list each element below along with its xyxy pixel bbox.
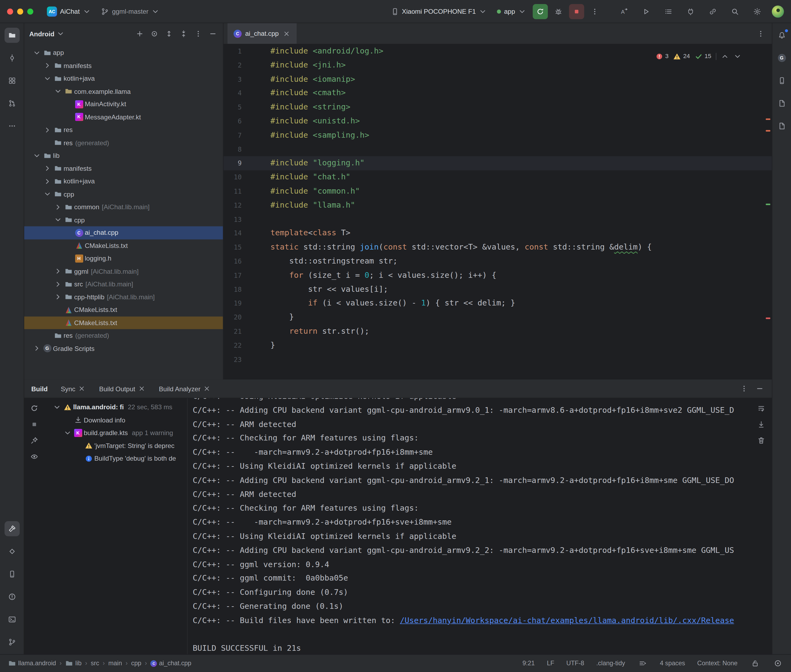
clear-all-icon[interactable]: [756, 437, 767, 445]
tree-chevron-icon[interactable]: [42, 190, 53, 198]
breadcrumb-item[interactable]: lib: [65, 659, 82, 667]
running-devices-button[interactable]: [4, 566, 19, 582]
app-insights-button[interactable]: [4, 544, 19, 559]
lock-icon[interactable]: [749, 659, 760, 667]
project-tree-item[interactable]: cpp: [24, 213, 223, 226]
code-line[interactable]: 6#include <unistd.h>: [223, 114, 772, 128]
tree-chevron-icon[interactable]: [42, 75, 53, 83]
version-control-button[interactable]: [4, 635, 19, 650]
code-editor[interactable]: 1#include <android/log.h>2#include <jni.…: [223, 44, 772, 379]
add-icon[interactable]: [134, 30, 145, 38]
tree-chevron-icon[interactable]: [31, 152, 42, 160]
debug-button[interactable]: [551, 4, 566, 19]
soft-wrap-icon[interactable]: [756, 404, 767, 412]
stop-sync-icon[interactable]: [29, 420, 40, 428]
breadcrumb-item[interactable]: llama.android: [8, 659, 56, 667]
project-tree-item[interactable]: KMessageAdapter.kt: [24, 110, 223, 123]
more-run-actions-button[interactable]: [587, 4, 602, 19]
project-tree-item[interactable]: manifests: [24, 162, 223, 175]
indent-widget[interactable]: 4 spaces: [660, 660, 685, 667]
project-tree-item[interactable]: Cai_chat.cpp: [24, 226, 223, 239]
expand-all-icon[interactable]: [164, 30, 174, 38]
build-tab-build-analyzer[interactable]: Build Analyzer: [159, 384, 211, 393]
resource-manager-button[interactable]: [4, 73, 19, 88]
tree-chevron-icon[interactable]: [51, 403, 62, 411]
tree-chevron-icon[interactable]: [62, 429, 73, 437]
project-tree-item[interactable]: common[AiChat.lib.main]: [24, 201, 223, 213]
project-tree-item[interactable]: ggml[AiChat.lib.main]: [24, 265, 223, 278]
pin-icon[interactable]: [29, 437, 40, 445]
scroll-to-end-icon[interactable]: [756, 420, 767, 428]
show-options-icon[interactable]: [29, 453, 40, 461]
tree-chevron-icon[interactable]: [42, 62, 53, 70]
tree-chevron-icon[interactable]: [42, 165, 53, 173]
run-anything-button[interactable]: [639, 4, 654, 19]
assistant-button[interactable]: [774, 118, 789, 133]
plugin-button[interactable]: [683, 4, 698, 19]
sync-again-icon[interactable]: [29, 404, 40, 412]
close-icon[interactable]: [203, 384, 211, 393]
clang-tidy-widget[interactable]: .clang-tidy: [597, 660, 625, 667]
commit-tool-button[interactable]: [4, 50, 19, 66]
project-tree-item[interactable]: src[AiChat.lib.main]: [24, 278, 223, 291]
project-tree-item[interactable]: app: [24, 46, 223, 59]
project-tree-item[interactable]: CMakeLists.txt: [24, 303, 223, 316]
stripe-warning-mark[interactable]: [766, 118, 770, 120]
breadcrumb-item[interactable]: cpp: [131, 660, 141, 667]
project-tree-item[interactable]: kotlin+java: [24, 175, 223, 188]
device-explorer-button[interactable]: [774, 73, 789, 88]
build-tab-sync[interactable]: Sync: [61, 384, 86, 393]
link-share-button[interactable]: [705, 4, 720, 19]
breadcrumb-item[interactable]: Cai_chat.cpp: [151, 660, 191, 667]
panel-options-icon[interactable]: [193, 30, 203, 38]
code-line[interactable]: 4#include <cmath>: [223, 86, 772, 100]
build-panel-title[interactable]: Build: [31, 385, 48, 392]
vcs-branch-widget[interactable]: ggml-master: [98, 5, 163, 18]
problems-button[interactable]: [4, 589, 19, 604]
code-line[interactable]: 10#include "chat.h": [223, 171, 772, 184]
code-line[interactable]: 8: [223, 142, 772, 157]
tree-chevron-icon[interactable]: [53, 280, 63, 288]
project-view-mode[interactable]: Android: [29, 30, 55, 38]
project-tree-item[interactable]: KMainActivity.kt: [24, 98, 223, 111]
stripe-warning-mark[interactable]: [766, 130, 770, 132]
code-line[interactable]: 9#include "logging.h": [223, 157, 772, 171]
more-tool-windows-button[interactable]: [4, 118, 19, 133]
collapse-all-icon[interactable]: [178, 30, 189, 38]
build-options-icon[interactable]: [738, 384, 749, 393]
project-tree-item[interactable]: CMakeLists.txt: [24, 316, 223, 329]
project-tree-item[interactable]: lib: [24, 149, 223, 162]
project-tree-item[interactable]: GGradle Scripts: [24, 342, 223, 355]
project-tree-item[interactable]: kotlin+java: [24, 72, 223, 85]
project-tree-item[interactable]: cpp: [24, 188, 223, 201]
build-tree-item[interactable]: llama.android: fi22 sec, 583 ms: [44, 401, 187, 414]
code-line[interactable]: 7#include <sampling.h>: [223, 128, 772, 142]
device-selector[interactable]: Xiaomi POCOPHONE F1: [387, 5, 491, 18]
notifications-button[interactable]: [774, 28, 789, 43]
caret-position[interactable]: 9:21: [522, 660, 535, 667]
project-tree-item[interactable]: cpp-httplib[AiChat.lib.main]: [24, 291, 223, 304]
build-tool-button[interactable]: [4, 521, 19, 536]
code-line[interactable]: 19 if (i < values.size() - 1) { str << d…: [223, 297, 772, 310]
project-tree-item[interactable]: Hlogging.h: [24, 252, 223, 265]
editor-options-icon[interactable]: [755, 30, 766, 38]
tree-chevron-icon[interactable]: [53, 267, 63, 275]
user-avatar[interactable]: [772, 5, 784, 18]
gradle-tool-button[interactable]: G: [774, 50, 789, 66]
tree-chevron-icon[interactable]: [31, 344, 42, 352]
hide-build-panel-icon[interactable]: [754, 384, 765, 393]
code-line[interactable]: 5#include <string>: [223, 100, 772, 114]
project-tree-item[interactable]: com.example.llama: [24, 85, 223, 98]
code-line[interactable]: 23: [223, 352, 772, 366]
pull-requests-button[interactable]: [4, 96, 19, 111]
line-separator[interactable]: LF: [547, 660, 554, 667]
tree-chevron-icon[interactable]: [53, 203, 63, 211]
next-issue-icon[interactable]: [733, 53, 741, 61]
locate-file-icon[interactable]: [149, 30, 159, 38]
context-widget[interactable]: Context: None: [697, 660, 738, 667]
tree-chevron-icon[interactable]: [42, 177, 53, 185]
project-tree-item[interactable]: res: [24, 123, 223, 136]
breadcrumb-item[interactable]: src: [91, 660, 99, 667]
project-tree-item[interactable]: manifests: [24, 59, 223, 72]
code-line[interactable]: 13: [223, 213, 772, 226]
